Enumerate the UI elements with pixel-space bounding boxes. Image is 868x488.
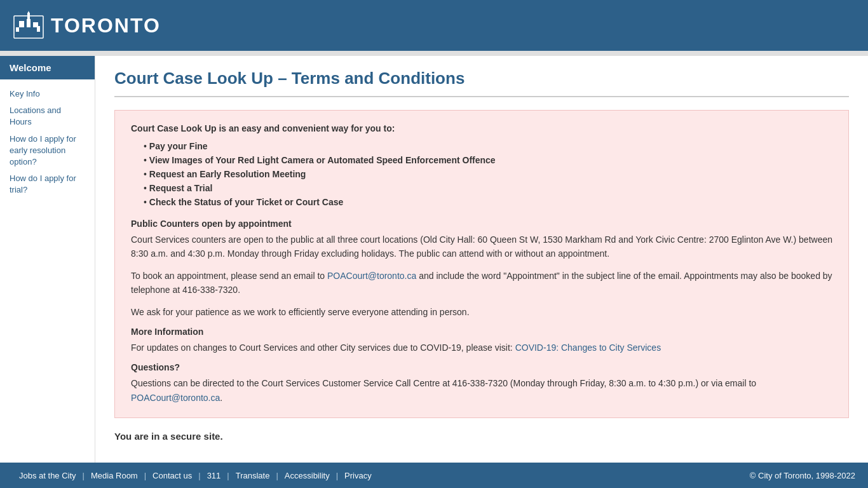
poa-court-email-link-1[interactable]: POACourt@toronto.ca xyxy=(327,271,416,281)
bullet-request-trial: • Request a Trial xyxy=(144,183,832,193)
covid-changes-link[interactable]: COVID-19: Changes to City Services xyxy=(515,342,661,353)
info-box: Court Case Look Up is an easy and conven… xyxy=(114,110,849,418)
footer-311-link[interactable]: 311 xyxy=(201,471,227,480)
bullet-early-resolution: • Request an Early Resolution Meeting xyxy=(144,169,832,179)
bullet-pay-fine: • Pay your Fine xyxy=(144,141,832,151)
footer-links: Jobs at the City | Media Room | Contact … xyxy=(13,471,378,480)
bullet-view-images: • View Images of Your Red Light Camera o… xyxy=(144,155,832,165)
questions-heading: Questions? xyxy=(131,362,832,372)
footer-contact-link[interactable]: Contact us xyxy=(146,471,198,480)
svg-rect-1 xyxy=(19,21,24,27)
appointment-text-before: To book an appointment, please send an e… xyxy=(131,271,327,281)
site-header: Toronto xyxy=(0,0,868,51)
more-info-text: For updates on changes to Court Services… xyxy=(131,341,832,355)
sidebar-item-locations-hours[interactable]: Locations and Hours xyxy=(0,102,95,130)
public-counters-heading: Public Counters open by appointment xyxy=(131,219,832,229)
logo-text: Toronto xyxy=(51,14,161,37)
more-info-heading: More Information xyxy=(131,327,832,337)
footer-media-link[interactable]: Media Room xyxy=(85,471,144,480)
site-footer: Jobs at the City | Media Room | Contact … xyxy=(0,463,868,488)
title-divider xyxy=(114,96,849,97)
sidebar: Welcome Key Info Locations and Hours How… xyxy=(0,56,95,463)
patience-text: We ask for your patience as we work to e… xyxy=(131,305,832,319)
sidebar-nav: Key Info Locations and Hours How do I ap… xyxy=(0,79,95,205)
sub-header-bar xyxy=(0,51,868,56)
sidebar-welcome: Welcome xyxy=(0,56,95,79)
footer-copyright: © City of Toronto, 1998-2022 xyxy=(750,471,855,480)
footer-translate-link[interactable]: Translate xyxy=(229,471,276,480)
svg-rect-4 xyxy=(16,27,19,32)
footer-privacy-link[interactable]: Privacy xyxy=(338,471,378,480)
main-wrapper: Welcome Key Info Locations and Hours How… xyxy=(0,56,868,463)
bullet-check-status: • Check the Status of your Ticket or Cou… xyxy=(144,197,832,207)
secure-notice: You are in a secure site. xyxy=(114,431,849,442)
questions-text: Questions can be directed to the Court S… xyxy=(131,376,832,405)
sidebar-item-early-resolution[interactable]: How do I apply for early resolution opti… xyxy=(0,131,95,171)
footer-accessibility-link[interactable]: Accessibility xyxy=(278,471,336,480)
logo-area[interactable]: Toronto xyxy=(13,10,161,41)
poa-court-email-link-2[interactable]: POACourt@toronto.ca xyxy=(131,393,220,403)
info-box-intro: Court Case Look Up is an easy and conven… xyxy=(131,123,832,133)
content-area: Court Case Look Up – Terms and Condition… xyxy=(95,56,868,463)
public-counters-text: Court Services counters are open to the … xyxy=(131,233,832,261)
questions-text-after: . xyxy=(220,393,222,403)
svg-marker-7 xyxy=(27,11,30,14)
appointment-text: To book an appointment, please send an e… xyxy=(131,269,832,297)
more-info-text-before: For updates on changes to Court Services… xyxy=(131,342,515,353)
questions-text-before: Questions can be directed to the Court S… xyxy=(131,378,756,388)
footer-jobs-link[interactable]: Jobs at the City xyxy=(13,471,83,480)
page-title: Court Case Look Up – Terms and Condition… xyxy=(114,69,849,88)
sidebar-item-trial[interactable]: How do I apply for trial? xyxy=(0,170,95,198)
svg-rect-5 xyxy=(37,26,40,32)
sidebar-item-key-info[interactable]: Key Info xyxy=(0,86,95,102)
toronto-logo-icon xyxy=(13,10,44,41)
